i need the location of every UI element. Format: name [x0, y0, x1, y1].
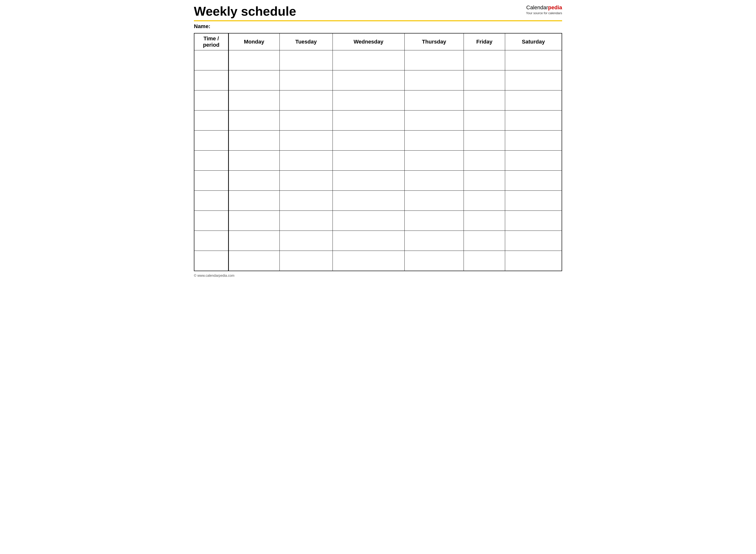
schedule-cell[interactable]	[464, 251, 505, 271]
col-header-monday: Monday	[228, 33, 279, 50]
schedule-cell[interactable]	[464, 211, 505, 231]
schedule-cell[interactable]	[505, 130, 562, 151]
table-row	[194, 231, 562, 251]
table-header-row: Time / period Monday Tuesday Wednesday T…	[194, 33, 562, 50]
time-cell[interactable]	[194, 231, 228, 251]
schedule-cell[interactable]	[404, 231, 464, 251]
page-header: Weekly schedule Calendarpedia Your sourc…	[194, 4, 562, 21]
schedule-cell[interactable]	[332, 130, 404, 151]
table-row	[194, 191, 562, 211]
schedule-cell[interactable]	[279, 70, 332, 91]
table-row	[194, 70, 562, 91]
footer: © www.calendarpedia.com	[194, 274, 562, 277]
brand-tagline: Your source for calendars	[526, 11, 562, 15]
schedule-cell[interactable]	[404, 191, 464, 211]
schedule-cell[interactable]	[279, 191, 332, 211]
col-header-tuesday: Tuesday	[279, 33, 332, 50]
time-cell[interactable]	[194, 171, 228, 191]
time-cell[interactable]	[194, 151, 228, 171]
schedule-cell[interactable]	[404, 251, 464, 271]
schedule-cell[interactable]	[228, 111, 279, 130]
schedule-cell[interactable]	[228, 130, 279, 151]
footer-url: © www.calendarpedia.com	[194, 274, 234, 277]
schedule-cell[interactable]	[464, 130, 505, 151]
schedule-cell[interactable]	[505, 50, 562, 70]
schedule-cell[interactable]	[464, 231, 505, 251]
schedule-cell[interactable]	[505, 231, 562, 251]
schedule-cell[interactable]	[228, 91, 279, 111]
schedule-cell[interactable]	[505, 191, 562, 211]
name-label: Name:	[194, 23, 562, 30]
schedule-cell[interactable]	[404, 211, 464, 231]
schedule-cell[interactable]	[279, 111, 332, 130]
schedule-cell[interactable]	[279, 130, 332, 151]
schedule-cell[interactable]	[228, 231, 279, 251]
schedule-cell[interactable]	[332, 171, 404, 191]
schedule-cell[interactable]	[228, 251, 279, 271]
schedule-cell[interactable]	[404, 171, 464, 191]
table-row	[194, 171, 562, 191]
schedule-cell[interactable]	[332, 111, 404, 130]
schedule-cell[interactable]	[228, 50, 279, 70]
time-cell[interactable]	[194, 50, 228, 70]
col-header-thursday: Thursday	[404, 33, 464, 50]
col-header-time: Time / period	[194, 33, 228, 50]
schedule-cell[interactable]	[464, 151, 505, 171]
time-cell[interactable]	[194, 111, 228, 130]
col-header-wednesday: Wednesday	[332, 33, 404, 50]
schedule-cell[interactable]	[228, 70, 279, 91]
schedule-cell[interactable]	[279, 171, 332, 191]
schedule-cell[interactable]	[464, 91, 505, 111]
schedule-cell[interactable]	[279, 231, 332, 251]
schedule-cell[interactable]	[228, 191, 279, 211]
schedule-cell[interactable]	[404, 111, 464, 130]
table-row	[194, 130, 562, 151]
schedule-table: Time / period Monday Tuesday Wednesday T…	[194, 33, 562, 271]
time-cell[interactable]	[194, 191, 228, 211]
schedule-cell[interactable]	[228, 151, 279, 171]
schedule-cell[interactable]	[332, 251, 404, 271]
schedule-cell[interactable]	[332, 151, 404, 171]
page-title: Weekly schedule	[194, 4, 296, 18]
schedule-cell[interactable]	[279, 211, 332, 231]
schedule-cell[interactable]	[505, 211, 562, 231]
time-cell[interactable]	[194, 251, 228, 271]
schedule-cell[interactable]	[332, 231, 404, 251]
schedule-cell[interactable]	[332, 50, 404, 70]
schedule-cell[interactable]	[464, 50, 505, 70]
brand-pedia-text: pedia	[548, 4, 562, 10]
time-cell[interactable]	[194, 70, 228, 91]
schedule-cell[interactable]	[279, 151, 332, 171]
schedule-cell[interactable]	[332, 70, 404, 91]
schedule-cell[interactable]	[404, 70, 464, 91]
schedule-cell[interactable]	[279, 91, 332, 111]
schedule-cell[interactable]	[404, 91, 464, 111]
schedule-cell[interactable]	[332, 91, 404, 111]
schedule-cell[interactable]	[505, 111, 562, 130]
page: Weekly schedule Calendarpedia Your sourc…	[189, 0, 567, 281]
schedule-cell[interactable]	[505, 251, 562, 271]
time-cell[interactable]	[194, 130, 228, 151]
schedule-cell[interactable]	[505, 171, 562, 191]
schedule-cell[interactable]	[505, 91, 562, 111]
schedule-cell[interactable]	[464, 191, 505, 211]
schedule-cell[interactable]	[332, 211, 404, 231]
schedule-cell[interactable]	[228, 171, 279, 191]
schedule-cell[interactable]	[332, 191, 404, 211]
schedule-cell[interactable]	[228, 211, 279, 231]
brand-calendar-text: Calendar	[526, 4, 548, 10]
table-row	[194, 91, 562, 111]
schedule-cell[interactable]	[279, 50, 332, 70]
schedule-cell[interactable]	[404, 130, 464, 151]
time-cell[interactable]	[194, 211, 228, 231]
time-cell[interactable]	[194, 91, 228, 111]
table-row	[194, 211, 562, 231]
schedule-cell[interactable]	[505, 70, 562, 91]
schedule-cell[interactable]	[464, 111, 505, 130]
schedule-cell[interactable]	[464, 171, 505, 191]
schedule-cell[interactable]	[505, 151, 562, 171]
schedule-cell[interactable]	[404, 151, 464, 171]
schedule-cell[interactable]	[279, 251, 332, 271]
schedule-cell[interactable]	[464, 70, 505, 91]
schedule-cell[interactable]	[404, 50, 464, 70]
